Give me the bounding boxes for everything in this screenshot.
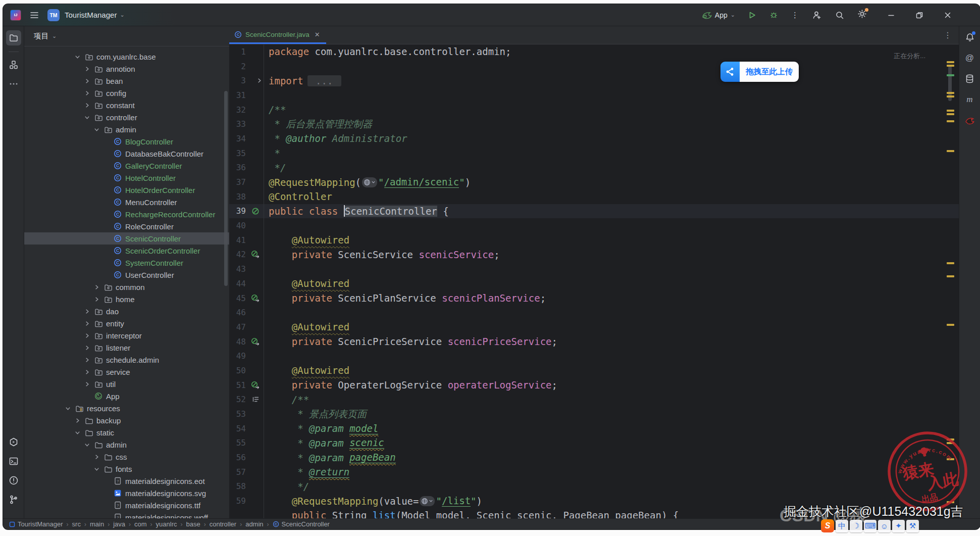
code-line-text[interactable]: @RequestMapping(value="/list") xyxy=(264,494,959,508)
settings-button[interactable] xyxy=(857,9,867,21)
run-button[interactable] xyxy=(748,11,756,19)
tree-item-entity[interactable]: entity xyxy=(24,317,229,329)
code-line-text[interactable]: * xyxy=(264,146,959,161)
ime-tool-icon-3[interactable]: ☺ xyxy=(878,520,891,532)
tree-item-interceptor[interactable]: interceptor xyxy=(24,329,229,342)
chevron-expanded-icon[interactable] xyxy=(65,405,75,412)
minimize-button[interactable] xyxy=(887,11,895,19)
code-line-text[interactable]: private OperaterLogService operaterLogSe… xyxy=(264,378,959,393)
url-globe-icon[interactable] xyxy=(420,496,435,506)
chevron-collapsed-icon[interactable] xyxy=(84,357,94,363)
project-widget[interactable]: TM TouristManager ⌄ xyxy=(47,9,125,21)
tree-item-scenicordercontroller[interactable]: CScenicOrderController xyxy=(24,245,229,257)
problems-tool-button[interactable] xyxy=(6,473,21,488)
breadcrumb-class-item[interactable]: CScenicController xyxy=(273,520,330,528)
code-line-text[interactable]: private ScenicPlanService scenicPlanServ… xyxy=(264,291,959,306)
chevron-expanded-icon[interactable] xyxy=(74,429,84,436)
warning-stripe-mark[interactable] xyxy=(947,150,954,152)
more-tool-windows-button[interactable] xyxy=(6,76,21,91)
tree-item-css[interactable]: css xyxy=(24,451,229,463)
tree-item-constant[interactable]: constant xyxy=(24,99,229,111)
restore-window-button[interactable] xyxy=(915,11,923,19)
code-line-text[interactable]: * 景点列表页面 xyxy=(264,407,959,421)
tree-item-materialdesignicons-svg[interactable]: materialdesignicons.svg xyxy=(24,487,229,499)
breadcrumb-item[interactable]: java xyxy=(113,520,125,528)
code-with-me-add-user-icon[interactable] xyxy=(812,11,822,20)
tree-item-resources[interactable]: resources xyxy=(24,402,229,414)
ime-tool-icon-1[interactable]: ☽ xyxy=(850,520,862,532)
tree-item-static[interactable]: static xyxy=(24,426,229,438)
breadcrumb-item[interactable]: com xyxy=(134,520,147,528)
related-items-gutter-icon[interactable] xyxy=(247,396,264,403)
close-window-button[interactable] xyxy=(944,11,952,19)
maven-tool-button[interactable]: m xyxy=(964,93,976,106)
tree-item-schedule-admin[interactable]: schedule.admin xyxy=(24,354,229,366)
warning-stripe-mark[interactable] xyxy=(947,65,954,67)
chevron-collapsed-icon[interactable] xyxy=(84,102,94,109)
code-line-text[interactable] xyxy=(264,262,959,276)
run-configuration-selector[interactable]: App ⌄ xyxy=(702,11,735,20)
warning-stripe-mark[interactable] xyxy=(947,95,954,98)
fold-arrow-icon[interactable] xyxy=(247,77,264,84)
chevron-expanded-icon[interactable] xyxy=(84,442,94,448)
spring-tool-button[interactable]: @ xyxy=(964,52,976,64)
plugin-tool-button[interactable] xyxy=(964,114,976,126)
project-tool-button[interactable] xyxy=(6,30,21,45)
code-line-text[interactable]: public String list(Model model, Scenic s… xyxy=(264,508,959,518)
tree-item-com-yuanlrc-base[interactable]: com.yuanlrc.base xyxy=(24,51,229,63)
url-globe-icon[interactable] xyxy=(362,177,377,187)
autowired-bean-gutter-icon[interactable] xyxy=(247,381,264,389)
editor-tab-sceniccontroller[interactable]: C ScenicController.java ✕ xyxy=(229,26,326,44)
tree-item-home[interactable]: home xyxy=(24,293,229,305)
project-panel-header[interactable]: 项目 ⌄ xyxy=(24,26,229,46)
info-stripe-mark[interactable] xyxy=(947,74,954,76)
warning-stripe-mark[interactable] xyxy=(947,501,954,503)
tree-item-rolecontroller[interactable]: CRoleController xyxy=(24,220,229,232)
code-line-text[interactable]: */ xyxy=(264,479,959,494)
code-line-text[interactable] xyxy=(264,59,959,74)
tree-item-dao[interactable]: dao xyxy=(24,305,229,317)
code-line-text[interactable]: @RequestMapping("/admin/scenic") xyxy=(264,175,959,189)
code-line-text[interactable] xyxy=(264,305,959,320)
tree-item-controller[interactable]: controller xyxy=(24,111,229,123)
ime-tool-icon-4[interactable]: ✦ xyxy=(892,520,905,532)
chevron-collapsed-icon[interactable] xyxy=(84,381,94,387)
tree-item-service[interactable]: service xyxy=(24,366,229,378)
warning-stripe-mark[interactable] xyxy=(947,275,954,277)
drag-upload-button[interactable]: 拖拽至此上传 xyxy=(720,62,799,82)
tree-item-rechargerecordcontroller[interactable]: CRechargeRecordController xyxy=(24,208,229,220)
chevron-collapsed-icon[interactable] xyxy=(84,369,94,375)
warning-stripe-mark[interactable] xyxy=(947,438,954,441)
search-everywhere-icon[interactable] xyxy=(835,11,844,20)
ime-tool-icon-5[interactable]: ⚒ xyxy=(906,520,919,532)
code-line-text[interactable]: private ScenicPriceService scenicPriceSe… xyxy=(264,334,959,349)
chevron-collapsed-icon[interactable] xyxy=(84,66,94,72)
tree-item-databasebakcontroller[interactable]: CDatabaseBakController xyxy=(24,148,229,160)
warning-stripe-mark[interactable] xyxy=(947,458,954,460)
code-line-text[interactable]: @Controller xyxy=(264,189,959,204)
breadcrumb-item[interactable]: controller xyxy=(210,520,236,528)
tree-item-backup[interactable]: backup xyxy=(24,414,229,426)
version-control-tool-button[interactable] xyxy=(6,492,21,507)
chevron-expanded-icon[interactable] xyxy=(74,54,84,60)
tree-item-blogcontroller[interactable]: CBlogController xyxy=(24,135,229,148)
code-editor[interactable]: 正在分析... 1package com.yuanlrc.base.contro… xyxy=(229,44,959,518)
code-line-text[interactable]: * @param pageBean xyxy=(264,450,959,465)
tree-item-admin[interactable]: admin xyxy=(24,438,229,451)
chevron-expanded-icon[interactable] xyxy=(93,466,104,472)
editor-options-kebab-icon[interactable]: ⋮ xyxy=(944,30,952,40)
status-project[interactable]: TouristManager xyxy=(9,520,63,528)
code-line-text[interactable]: * @author Administrator xyxy=(264,131,959,146)
tree-item-app[interactable]: App xyxy=(24,390,229,402)
code-line-text[interactable] xyxy=(264,88,959,103)
warning-stripe-mark[interactable] xyxy=(947,61,954,63)
code-line-text[interactable]: package com.yuanlrc.base.controller.admi… xyxy=(264,44,959,59)
main-menu-hamburger-icon[interactable] xyxy=(29,10,39,20)
chevron-collapsed-icon[interactable] xyxy=(84,345,94,351)
debug-button[interactable] xyxy=(769,11,778,19)
code-line-text[interactable]: * @param scenic xyxy=(264,436,959,451)
code-line-text[interactable]: */ xyxy=(264,161,959,175)
warning-stripe-mark[interactable] xyxy=(947,113,954,115)
ime-tool-icon-0[interactable]: 中 xyxy=(836,520,848,532)
code-line-text[interactable]: @Autowired xyxy=(264,363,959,378)
